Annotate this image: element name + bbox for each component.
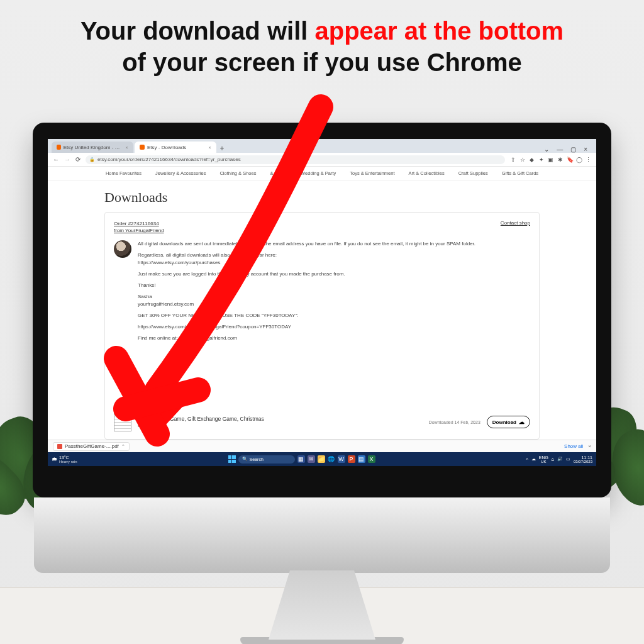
window-controls: ⌄ — ▢ × (544, 146, 592, 153)
address-bar: ← → ⟳ 🔒 etsy.com/your/orders/2742116634/… (48, 153, 596, 167)
close-tab-icon[interactable]: × (125, 145, 128, 150)
tab-2-active[interactable]: Etsy - Downloads × (135, 142, 216, 153)
close-tab-icon[interactable]: × (208, 145, 211, 150)
clock-date: 03/07/2023 (574, 460, 592, 464)
headline-part2: appear at the bottom (314, 17, 564, 45)
extension-icons: ⇪ ☆ ◆ ✦ ▣ ✱ 🔖 ◯ ⋮ (510, 157, 591, 163)
nav-item[interactable]: Craft Supplies (458, 170, 488, 176)
msg-link[interactable]: yourfrugalfriend.etsy.com (138, 301, 194, 307)
tab-1[interactable]: Etsy United Kingdom - Shop for × (52, 142, 133, 153)
puzzle-icon[interactable]: ✱ (557, 157, 563, 163)
show-all-link[interactable]: Show all (564, 443, 583, 449)
tray-chevron-icon[interactable]: ^ (526, 457, 528, 462)
download-label: Download (492, 419, 516, 425)
reload-button[interactable]: ⟳ (75, 156, 80, 163)
etsy-favicon (140, 145, 145, 150)
etsy-favicon (57, 145, 61, 150)
msg-line: Regardless, all digital downloads will a… (138, 252, 277, 258)
file-title[interactable]: Pass the Gift Game, Gift Exchange Game, … (138, 416, 276, 428)
nav-item[interactable]: Art & Collectibles (409, 170, 445, 176)
start-button[interactable] (228, 455, 236, 463)
app-icon[interactable]: ✉ (308, 455, 315, 463)
battery-icon[interactable]: ▭ (566, 457, 570, 462)
download-date: Downloaded 14 Feb, 2023 (429, 420, 480, 425)
monitor-bezel: Etsy United Kingdom - Shop for × Etsy - … (33, 123, 611, 497)
headline-part3: of your screen if you use Chrome (122, 48, 522, 76)
word-icon[interactable]: W (338, 455, 345, 463)
msg-line: All digital downloads are sent out immed… (138, 240, 475, 248)
chevron-down-icon[interactable]: ⌄ (544, 146, 549, 153)
profile-icon[interactable]: ◯ (576, 157, 582, 163)
forward-button[interactable]: → (64, 156, 70, 163)
chrome-download-shelf: PasstheGiftGame-....pdf ⌃ Show all × (48, 440, 596, 452)
weather-widget[interactable]: 🌧 13°C Heavy rain (52, 455, 77, 464)
onedrive-icon[interactable]: ☁ (531, 457, 536, 462)
order-number-link[interactable]: Order #2742116634 (114, 220, 164, 227)
monitor-chin (34, 497, 610, 573)
seller-avatar (114, 240, 131, 258)
taskbar-search[interactable]: 🔍 Search (238, 455, 295, 464)
back-button[interactable]: ← (53, 156, 59, 163)
download-chip[interactable]: PasstheGiftGame-....pdf ⌃ (53, 442, 130, 451)
language-indicator[interactable]: ENG (539, 455, 548, 460)
wifi-icon[interactable]: ⩍ (552, 457, 554, 462)
download-file-row: Pass the Gift Game, Gift Exchange Game, … (114, 408, 530, 431)
close-window-icon[interactable]: × (584, 146, 587, 153)
page-content: Downloads Order #2742116634 from YourFru… (48, 180, 596, 440)
app-icon[interactable]: 📁 (318, 455, 325, 463)
powerpoint-icon[interactable]: P (348, 455, 355, 463)
download-button[interactable]: Download ☁ (487, 416, 530, 428)
search-icon: 🔍 (242, 457, 248, 462)
close-shelf-icon[interactable]: × (588, 443, 591, 449)
nav-item[interactable]: Wedding & Party (301, 170, 336, 176)
volume-icon[interactable]: 🔊 (557, 457, 563, 462)
browser-tabstrip: Etsy United Kingdom - Shop for × Etsy - … (48, 139, 596, 153)
nav-item[interactable]: Jewellery & Accessories (155, 170, 206, 176)
bookmark-icon[interactable]: 🔖 (567, 157, 572, 163)
msg-link[interactable]: https://www.etsy.com/shop/YourFrugalFrie… (138, 323, 475, 331)
instruction-headline: Your download will appear at the bottom … (0, 0, 644, 83)
share-icon[interactable]: ⇪ (510, 157, 516, 163)
msg-link[interactable]: https://www.etsy.com/your/purchases (138, 260, 220, 265)
menu-icon[interactable]: ⋮ (586, 157, 591, 163)
minimize-icon[interactable]: — (557, 146, 563, 153)
app-icon[interactable]: ▤ (358, 455, 365, 463)
order-card: Order #2742116634 from YourFrugalFriend … (104, 212, 540, 440)
page-title: Downloads (104, 189, 540, 206)
monitor: Etsy United Kingdom - Shop for × Etsy - … (33, 123, 611, 644)
contact-shop-link[interactable]: Contact shop (501, 220, 530, 234)
lock-icon: 🔒 (89, 157, 95, 162)
shop-link[interactable]: from YourFrugalFriend (114, 227, 164, 234)
message-body: All digital downloads are sent out immed… (138, 240, 475, 346)
new-tab-button[interactable]: + (218, 144, 226, 153)
url-field[interactable]: 🔒 etsy.com/your/orders/2742116634/downlo… (86, 155, 505, 164)
seller-message: All digital downloads are sent out immed… (114, 240, 530, 346)
nav-item[interactable]: & Living (270, 170, 287, 176)
app-icon[interactable]: ▦ (297, 455, 305, 463)
msg-line: GET 30% OFF YOUR NEXT ORDER USE THE CODE… (138, 312, 475, 319)
ext-icon[interactable]: ✦ (538, 157, 544, 163)
weather-cond: Heavy rain (59, 460, 77, 464)
chevron-up-icon[interactable]: ⌃ (121, 444, 125, 449)
msg-line: Thanks! (138, 282, 475, 289)
excel-icon[interactable]: X (368, 455, 375, 463)
star-icon[interactable]: ☆ (519, 157, 525, 163)
nav-item[interactable]: Clothing & Shoes (219, 170, 256, 176)
nav-item[interactable]: Gifts & Gift Cards (502, 170, 538, 176)
ext-icon[interactable]: ◆ (529, 157, 535, 163)
nav-item[interactable]: Toys & Entertainment (350, 170, 394, 176)
pinned-apps: ▦ ✉ 📁 🌐 W P ▤ X (297, 455, 375, 463)
pdf-icon (57, 444, 62, 449)
msg-line: Find me online at: www.yourfrugalfriend.… (138, 335, 475, 342)
taskbar-center: 🔍 Search ▦ ✉ 📁 🌐 W P ▤ X (228, 455, 375, 464)
chrome-icon[interactable]: 🌐 (328, 455, 335, 463)
clock-time[interactable]: 11:11 (574, 455, 592, 460)
tab-1-title: Etsy United Kingdom - Shop for (64, 145, 123, 150)
windows-taskbar: 🌧 13°C Heavy rain 🔍 Search ▦ ✉ (48, 452, 596, 466)
nav-item[interactable]: Home Favourites (106, 170, 142, 176)
etsy-category-nav: Home Favourites Jewellery & Accessories … (48, 167, 596, 180)
file-thumbnail (114, 413, 131, 431)
maximize-icon[interactable]: ▢ (570, 146, 576, 153)
url-text: etsy.com/your/orders/2742116634/download… (97, 157, 241, 162)
ext-icon[interactable]: ▣ (548, 157, 553, 163)
